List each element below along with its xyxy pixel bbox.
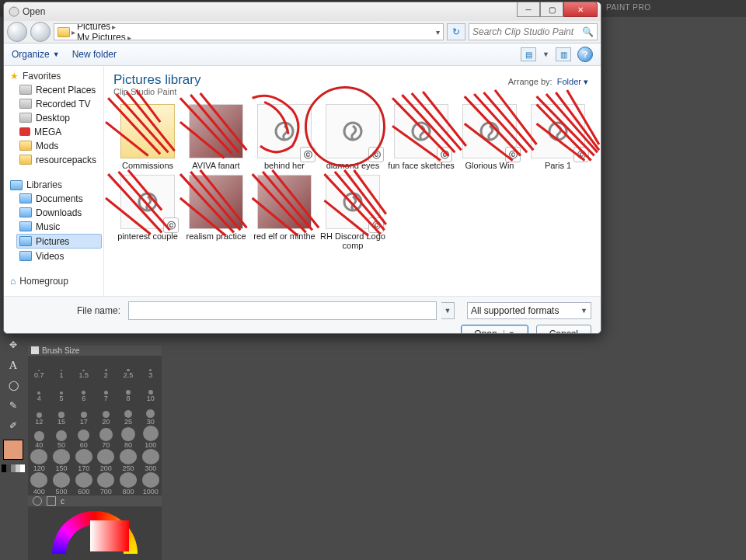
brush-size-cell[interactable]: 200 [95, 449, 117, 472]
brush-size-cell[interactable]: 400 [28, 472, 51, 496]
brush-size-cell[interactable]: 4 [28, 379, 51, 402]
file-thumbnail[interactable]: ⓒParis 1 [524, 104, 592, 170]
colorwheel-toggle-icon[interactable] [33, 496, 42, 506]
brush-size-cell[interactable]: 80 [117, 426, 140, 449]
sidebar-item[interactable]: Downloads [19, 206, 102, 219]
file-thumbnail[interactable]: AVIVA fanart [182, 104, 250, 170]
file-name-input[interactable] [128, 301, 437, 320]
brush-size-cell[interactable]: 6 [72, 379, 95, 402]
eraser-tool-icon[interactable]: ✐ [3, 418, 23, 433]
sidebar-item[interactable]: Recorded TV [19, 97, 102, 110]
brush-size-cell[interactable]: 17 [72, 402, 95, 426]
brush-size-cell[interactable]: 12 [28, 402, 51, 426]
search-icon: 🔍 [582, 26, 594, 37]
text-tool-icon[interactable]: A [3, 357, 23, 373]
sidebar-item[interactable]: Desktop [19, 111, 102, 124]
brush-size-cell[interactable]: 600 [72, 472, 95, 496]
brush-size-cell[interactable]: 10 [139, 379, 162, 402]
brush-size-cell[interactable]: 15 [51, 402, 73, 426]
sidebar-item[interactable]: Pictures [16, 234, 102, 249]
brush-size-cell[interactable]: 170 [72, 449, 95, 472]
arrange-by[interactable]: Arrange by: Folder ▾ [508, 77, 588, 87]
cancel-button[interactable]: Cancel [536, 325, 591, 334]
brush-size-cell[interactable]: 150 [51, 449, 73, 472]
file-type-filter[interactable]: All supported formats▼ [467, 302, 591, 319]
swatch-row[interactable] [2, 464, 25, 472]
maximize-button[interactable]: ▢ [540, 2, 563, 17]
sidebar-item[interactable]: Music [19, 220, 102, 233]
brush-size-cell[interactable]: 1000 [139, 472, 162, 496]
brush-size-cell[interactable]: 8 [117, 379, 140, 402]
arrow-tool-icon[interactable]: ✥ [3, 337, 23, 353]
brush-size-cell[interactable]: 5 [51, 379, 73, 402]
brush-size-cell[interactable]: 30 [139, 402, 162, 426]
brush-size-cell[interactable]: 60 [72, 426, 95, 449]
sidebar-item[interactable]: MEGA [19, 125, 102, 138]
brush-size-cell[interactable]: 800 [117, 472, 140, 496]
file-thumbnail[interactable]: ⓒGlorious Win [455, 104, 524, 170]
view-mode-button[interactable]: ▤ [521, 47, 536, 61]
clip-badge-icon: ⓒ [163, 217, 179, 233]
homegroup-item[interactable]: ⌂Homegroup [10, 276, 102, 287]
close-button[interactable]: ✕ [563, 2, 598, 17]
nav-forward-button[interactable] [30, 22, 51, 42]
brush-size-cell[interactable]: 0.7 [28, 356, 51, 379]
brush-size-cell[interactable]: 7 [95, 379, 117, 402]
refresh-button[interactable]: ↻ [447, 23, 465, 40]
color-wheel[interactable] [28, 506, 162, 560]
file-thumbnail[interactable]: ⓒfun face sketches [387, 104, 455, 170]
file-name-dropdown[interactable]: ▼ [441, 302, 455, 319]
brush-size-cell[interactable]: 500 [51, 472, 73, 496]
sidebar-item[interactable]: Videos [19, 249, 102, 263]
libraries-group[interactable]: Libraries [10, 179, 102, 190]
preview-pane-button[interactable]: ▥ [556, 47, 571, 61]
file-name-label: File name: [13, 305, 124, 316]
file-thumbnail[interactable]: Commissions [113, 104, 182, 170]
new-folder-button[interactable]: New folder [72, 49, 117, 60]
breadcrumb-segment[interactable]: My Pictures [77, 32, 126, 40]
nav-back-button[interactable] [7, 22, 27, 42]
open-button[interactable]: Open▼ [461, 325, 528, 334]
breadcrumb-segment[interactable]: Pictures [77, 23, 110, 32]
breadcrumb-bar[interactable]: ▸ Libraries▸Pictures▸My Pictures▸Clip St… [54, 23, 444, 40]
brush-size-cell[interactable]: 700 [95, 472, 117, 496]
file-thumbnail[interactable]: red elf or minthe [250, 175, 319, 250]
brush-size-cell[interactable]: 3 [139, 356, 162, 379]
brush-size-cell[interactable]: 50 [51, 426, 73, 449]
dialog-titlebar[interactable]: Open ─ ▢ ✕ [4, 2, 601, 21]
brush-size-cell[interactable]: 1 [51, 356, 73, 379]
favorites-group[interactable]: ★Favorites [10, 71, 102, 82]
file-thumbnail[interactable]: realism practice [182, 175, 250, 250]
minimize-button[interactable]: ─ [517, 2, 540, 17]
brush-size-cell[interactable]: 250 [117, 449, 140, 472]
lasso-tool-icon[interactable]: ◯ [3, 377, 23, 393]
brush-size-cell[interactable]: 70 [95, 426, 117, 449]
brush-size-cell[interactable]: 2 [95, 356, 117, 379]
brush-size-cell[interactable]: 20 [95, 402, 117, 426]
file-label: red elf or minthe [253, 231, 315, 241]
brush-size-cell[interactable]: 300 [139, 449, 162, 472]
brush-size-cell[interactable]: 25 [117, 402, 140, 426]
organize-menu[interactable]: Organize▼ [12, 49, 60, 60]
file-thumbnail[interactable]: ⓒpinterest couple [113, 175, 182, 250]
brush-size-panel: Brush Size 0.711.522.5345678101215172025… [28, 345, 162, 560]
sidebar-item[interactable]: Documents [19, 192, 102, 205]
brush-size-cell[interactable]: 1.5 [72, 356, 95, 379]
foreground-swatch[interactable] [3, 440, 23, 460]
brush-size-cell[interactable]: 40 [28, 426, 51, 449]
brush-size-cell[interactable]: 2.5 [117, 356, 140, 379]
brush-size-cell[interactable]: 100 [139, 426, 162, 449]
dialog-title: Open [23, 6, 45, 17]
sidebar-item[interactable]: resourcepacks [19, 153, 102, 166]
open-split-dropdown[interactable]: ▼ [504, 330, 515, 334]
brush-tool-icon[interactable]: ✎ [3, 398, 23, 413]
brush-size-cell[interactable]: 120 [28, 449, 51, 472]
sidebar-item[interactable]: Recent Places [19, 83, 102, 96]
file-thumbnail[interactable]: ⓒRH Discord Logo comp [319, 175, 387, 250]
search-input[interactable]: Search Clip Studio Paint 🔍 [469, 23, 598, 40]
file-pane: Pictures library Clip Studio Paint Arran… [104, 66, 601, 296]
help-button[interactable]: ? [577, 47, 593, 62]
sidebar-item[interactable]: Mods [19, 139, 102, 152]
file-label: behind her [264, 161, 305, 170]
svg-point-0 [9, 7, 19, 16]
